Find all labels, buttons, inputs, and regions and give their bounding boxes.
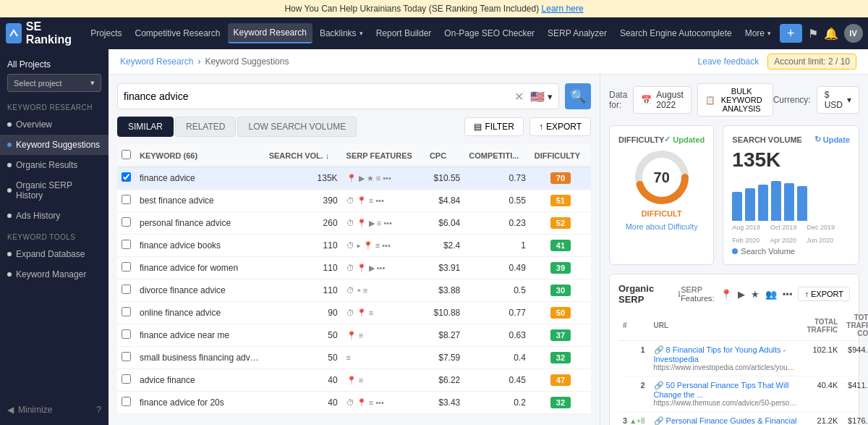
clear-icon[interactable]: ✕ [514,90,524,104]
difficulty-box: DIFFICULTY ✓ Updated [609,125,714,265]
nav-actions: + ⚑ 🔔 IV [780,24,863,43]
nav-item-onpage[interactable]: On-Page SEO Checker [438,24,540,43]
search-button[interactable]: 🔍 [565,83,591,109]
difficulty-value: 70 [654,169,670,186]
row-checkbox-cell[interactable] [117,212,135,235]
project-select-button[interactable]: Select project ▾ [7,74,101,92]
keyword-cell[interactable]: finance advice books [135,235,265,257]
calendar-icon: 📅 [641,95,652,105]
sidebar-item-expand-database[interactable]: Expand Database [0,244,109,264]
cpc-cell: $4.84 [425,190,464,212]
search-engine-selector[interactable]: 🇺🇸 ▾ [524,90,553,104]
minimize-button[interactable]: ◀ Minimize ? [0,399,109,421]
keyword-cell[interactable]: advice finance [135,369,265,392]
keyword-cell[interactable]: finance advice for 20s [135,392,265,414]
tab-low-search-volume[interactable]: LOW SEARCH VOLUME [237,117,357,137]
row-checkbox-cell[interactable] [117,369,135,392]
add-button[interactable]: + [780,24,802,43]
row-checkbox-cell[interactable] [117,235,135,257]
organic-dot-icon [7,163,12,167]
data-for-section: Data for: 📅 August 2022 📋 BULK KEYWORD A… [609,83,773,117]
notification-icon[interactable]: 🔔 [824,27,838,41]
table-row: personal finance advice 260 ⏱ 📍 ▶ ≡ ••• … [117,212,591,235]
keyword-cell[interactable]: finance advice for women [135,257,265,279]
leave-feedback-link[interactable]: Leave feedback [698,56,760,67]
volume-bar-group [758,185,768,221]
keyword-table-wrap: KEYWORD (66) SEARCH VOL. ↓ SERP FEATURES… [117,144,591,418]
serp-export-button[interactable]: ↑ EXPORT [798,287,850,301]
traffic-cost-col-header: TOTAL TRAFFIC COST [842,311,868,341]
tab-related[interactable]: RELATED [175,117,236,137]
currency-selector[interactable]: $ USD ▾ [817,86,859,114]
serp-traffic-cell: 102.1K [803,341,843,376]
breadcrumb-parent[interactable]: Keyword Research [120,56,193,67]
row-checkbox-cell[interactable] [117,324,135,347]
sidebar-item-overview[interactable]: Overview [0,114,109,135]
row-checkbox-cell[interactable] [117,347,135,369]
account-limit-badge: Account limit: 2 / 10 [767,54,856,70]
limit-message: Looks like you've reached the limit set … [117,414,591,418]
volume-col-header[interactable]: SEARCH VOL. ↓ [265,144,342,167]
sidebar: All Projects Select project ▾ KEYWORD RE… [0,49,109,425]
filter-export-row: ▤ FILTER ↑ EXPORT [464,117,591,136]
table-row: online finance advice 90 ⏱ 📍 ≡ $10.88 0.… [117,302,591,324]
help-icon[interactable]: ? [96,405,101,415]
nav-item-backlinks[interactable]: Backlinks ▾ [314,24,369,43]
nav-item-serp[interactable]: SERP Analyzer [542,24,613,43]
serp-url-cell[interactable]: 🔗 Personal Finance Guides & Financial Ad… [650,412,803,426]
volume-value: 135K [732,148,850,172]
tabs: SIMILAR RELATED LOW SEARCH VOLUME [117,117,357,137]
all-projects-label[interactable]: All Projects [7,59,101,70]
keyword-col-header: KEYWORD (66) [135,144,265,167]
search-input[interactable] [124,91,514,102]
row-checkbox-cell[interactable] [117,392,135,414]
sidebar-item-keyword-manager[interactable]: Keyword Manager [0,264,109,285]
keyword-cell[interactable]: best finance advice [135,190,265,212]
difficulty-cell: 52 [530,212,591,235]
tab-similar[interactable]: SIMILAR [117,117,174,137]
ads-dot-icon [7,214,12,218]
keyword-cell[interactable]: finance advice [135,167,265,190]
avatar[interactable]: IV [844,24,863,43]
sidebar-item-organic-results[interactable]: Organic Results [0,155,109,175]
row-checkbox-cell[interactable] [117,190,135,212]
keyword-cell[interactable]: online finance advice [135,302,265,324]
keyword-cell[interactable]: finance advice near me [135,324,265,347]
keyword-cell[interactable]: personal finance advice [135,212,265,235]
update-link[interactable]: ↻ Update [814,135,850,144]
bulk-analysis-button[interactable]: 📋 BULK KEYWORD ANALYSIS [697,83,773,117]
flag-icon[interactable]: ⚑ [808,27,818,41]
more-difficulty-link[interactable]: More about Difficulty [626,222,698,231]
filter-button[interactable]: ▤ FILTER [464,117,523,136]
export-button[interactable]: ↑ EXPORT [529,117,591,136]
backlinks-chevron-icon: ▾ [359,30,363,37]
nav-item-report[interactable]: Report Builder [370,24,438,43]
row-checkbox-cell[interactable] [117,279,135,302]
serp-url-cell[interactable]: 🔗 8 Financial Tips for Young Adults - In… [650,341,803,376]
volume-cell: 90 [265,302,342,324]
serp-traffic-cost-cell: $176.2K [842,412,868,426]
date-selector[interactable]: 📅 August 2022 [633,86,691,114]
select-all-header[interactable] [117,144,135,167]
serp-url-cell[interactable]: 🔗 50 Personal Finance Tips That Will Cha… [650,376,803,412]
difficulty-cell: 41 [530,235,591,257]
row-checkbox-cell[interactable] [117,257,135,279]
nav-item-keyword[interactable]: Keyword Research [228,23,312,43]
cpc-cell: $8.27 [425,324,464,347]
sidebar-item-ads-history[interactable]: Ads History [0,206,109,226]
keyword-cell[interactable]: small business financing advice [135,347,265,369]
row-checkbox-cell[interactable] [117,167,135,190]
serp-traffic-cost-cell: $411.2K [842,376,868,412]
sidebar-item-keyword-suggestions[interactable]: Keyword Suggestions [0,135,109,155]
volume-bar-group [745,188,755,221]
nav-item-more[interactable]: More ▾ [739,24,777,43]
keyword-cell[interactable]: divorce finance advice [135,279,265,302]
banner-link[interactable]: Learn here [542,4,584,14]
search-bar: ✕ 🇺🇸 ▾ 🔍 [117,83,591,109]
export-icon: ↑ [539,122,543,132]
nav-item-competitive[interactable]: Competitive Research [129,24,226,43]
row-checkbox-cell[interactable] [117,302,135,324]
sidebar-item-organic-serp-history[interactable]: Organic SERP History [0,175,109,206]
nav-item-projects[interactable]: Projects [85,24,127,43]
nav-item-autocomplete[interactable]: Search Engine Autocomplete [614,24,738,43]
